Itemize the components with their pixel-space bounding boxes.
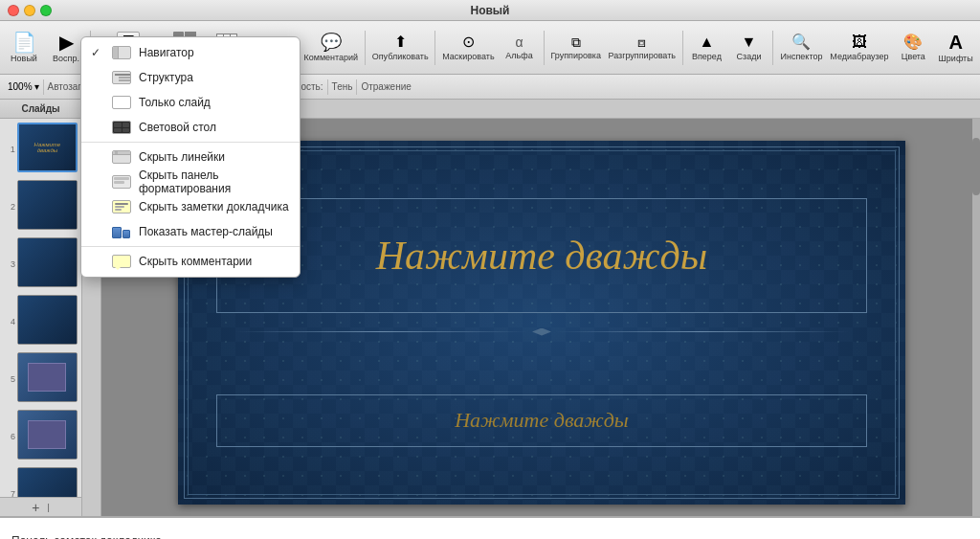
slide-thumb-5[interactable] <box>17 352 78 402</box>
alpha-button[interactable]: α Альфа <box>500 25 540 71</box>
publish-label: Опубликовать <box>372 52 429 61</box>
separator-6 <box>772 31 773 65</box>
slide-thumb-6[interactable] <box>17 410 78 460</box>
formatbar-sep-5 <box>327 79 328 95</box>
slide-panel-separator: | <box>47 503 49 512</box>
slides-panel-header: Слайды <box>0 100 81 119</box>
comment-button[interactable]: 💬 Комментарий <box>301 25 361 71</box>
slide-only-icon <box>112 95 131 110</box>
ungroup-icon: ⧈ <box>637 35 646 49</box>
alpha-icon: α <box>516 35 523 49</box>
slide-thumb-7[interactable] <box>17 467 78 497</box>
close-button[interactable] <box>8 5 19 16</box>
slide-number-5: 5 <box>4 374 15 384</box>
slide-subtitle-box[interactable]: Нажмите дважды <box>216 394 867 447</box>
hide-comments-label: Скрыть комментарии <box>139 255 290 268</box>
scrollbar-thumb-v[interactable] <box>972 138 980 195</box>
ungroup-button[interactable]: ⧈ Разгруппировать <box>606 25 679 71</box>
fonts-icon: A <box>948 33 962 52</box>
slide-number-1: 1 <box>4 145 15 154</box>
slides-panel-bottom: + | <box>0 497 81 516</box>
mediabrowser-icon: 🖼 <box>852 34 867 50</box>
structure-label: Структура <box>139 71 290 84</box>
formatbar-sep-1 <box>43 79 44 95</box>
menu-divider-1 <box>81 142 300 143</box>
window-title: Новый <box>471 4 510 17</box>
mask-button[interactable]: ⊙ Маскировать <box>439 25 497 71</box>
hide-ruler-icon: ||| <box>112 149 131 165</box>
canvas-scrollbar-v[interactable] <box>972 119 980 516</box>
slide-number-7: 7 <box>4 489 15 497</box>
menu-item-slide-only[interactable]: Только слайд <box>81 90 300 115</box>
slides-panel: Слайды 1 Нажмитедважды 2 3 <box>0 100 82 516</box>
slide-number-3: 3 <box>4 259 15 269</box>
slides-list: 1 Нажмитедважды 2 3 <box>0 119 81 497</box>
inspector-icon: 🔍 <box>791 34 811 50</box>
slide-thumb-4[interactable] <box>17 295 78 345</box>
group-icon: ⧉ <box>571 35 581 49</box>
comment-label: Комментарий <box>303 53 358 62</box>
view-dropdown-menu: ✓ Навигатор Структура Только слайд <box>80 36 301 278</box>
slide-subtitle: Нажмите дважды <box>455 408 629 433</box>
inspector-label: Инспектор <box>781 52 823 61</box>
lightbox-label: Световой стол <box>139 121 290 134</box>
maximize-button[interactable] <box>40 5 52 16</box>
fonts-button[interactable]: A Шрифты <box>935 25 976 71</box>
mask-label: Маскировать <box>442 52 494 61</box>
group-button[interactable]: ⧉ Группировка <box>548 25 604 71</box>
inspector-button[interactable]: 🔍 Инспектор <box>777 25 825 71</box>
menu-item-hide-format[interactable]: Скрыть панель форматирования <box>81 169 300 194</box>
new-button[interactable]: 📄 Новый <box>4 25 44 71</box>
navigator-label: Навигатор <box>139 46 290 59</box>
minimize-button[interactable] <box>24 5 35 16</box>
colors-button[interactable]: 🎨 Цвета <box>893 25 933 71</box>
menu-item-hide-notes[interactable]: Скрыть заметки докладчика <box>81 194 300 219</box>
separator-5 <box>682 31 683 65</box>
slide-number-4: 4 <box>4 317 15 326</box>
slide-thumb-2[interactable] <box>17 180 78 230</box>
play-label: Воспр. <box>53 54 79 63</box>
titlebar: Новый <box>0 0 980 21</box>
back-label: Сзади <box>737 52 762 61</box>
menu-item-lightbox[interactable]: Световой стол <box>81 115 300 140</box>
new-icon: 📄 <box>12 33 36 52</box>
publish-icon: ⬆ <box>394 34 407 50</box>
zoom-control[interactable]: 100% ▾ <box>8 81 39 92</box>
show-master-label: Показать мастер-слайды <box>139 225 290 238</box>
show-master-icon <box>112 224 131 239</box>
menu-item-hide-ruler[interactable]: ||| Скрыть линейки <box>81 145 300 169</box>
slide-divider <box>235 323 848 342</box>
navigator-icon <box>112 45 131 60</box>
slide-thumb-1[interactable]: Нажмитедважды <box>17 123 78 172</box>
play-icon: ▶ <box>59 33 74 52</box>
add-slide-button[interactable]: + <box>32 500 39 515</box>
menu-item-navigator[interactable]: ✓ Навигатор <box>81 40 300 65</box>
separator-2 <box>365 31 366 65</box>
menu-item-structure[interactable]: Структура <box>81 65 300 90</box>
hide-format-label: Скрыть панель форматирования <box>139 168 290 195</box>
slide-number-2: 2 <box>4 202 15 212</box>
shadow-label: Тень <box>332 81 353 92</box>
forward-button[interactable]: ▲ Вперед <box>686 25 726 71</box>
zoom-dropdown-icon[interactable]: ▾ <box>34 81 39 92</box>
separator-3 <box>434 31 435 65</box>
notes-panel: Панель заметок докладчика <box>0 516 980 539</box>
publish-button[interactable]: ⬆ Опубликовать <box>369 25 431 71</box>
mediabrowser-button[interactable]: 🖼 Медиабраузер <box>828 25 892 71</box>
colors-label: Цвета <box>902 52 925 61</box>
menu-item-show-master[interactable]: Показать мастер-слайды <box>81 219 300 244</box>
window-controls[interactable] <box>8 5 52 16</box>
slide-thumb-3[interactable] <box>17 237 78 287</box>
ungroup-label: Разгруппировать <box>608 51 676 60</box>
slide-title: Нажмите дважды <box>376 233 708 279</box>
colors-icon: 🎨 <box>903 34 923 50</box>
back-button[interactable]: ▼ Сзади <box>728 25 768 71</box>
reflection-label: Отражение <box>361 81 411 92</box>
mediabrowser-label: Медиабраузер <box>830 52 888 61</box>
formatbar-sep-6 <box>356 79 357 95</box>
menu-item-hide-comments[interactable]: Скрыть комментарии <box>81 249 300 274</box>
mask-icon: ⊙ <box>462 34 475 50</box>
hide-comments-icon <box>112 254 131 269</box>
hide-notes-icon <box>112 199 131 214</box>
slide-title-box[interactable]: Нажмите дважды <box>216 198 867 313</box>
